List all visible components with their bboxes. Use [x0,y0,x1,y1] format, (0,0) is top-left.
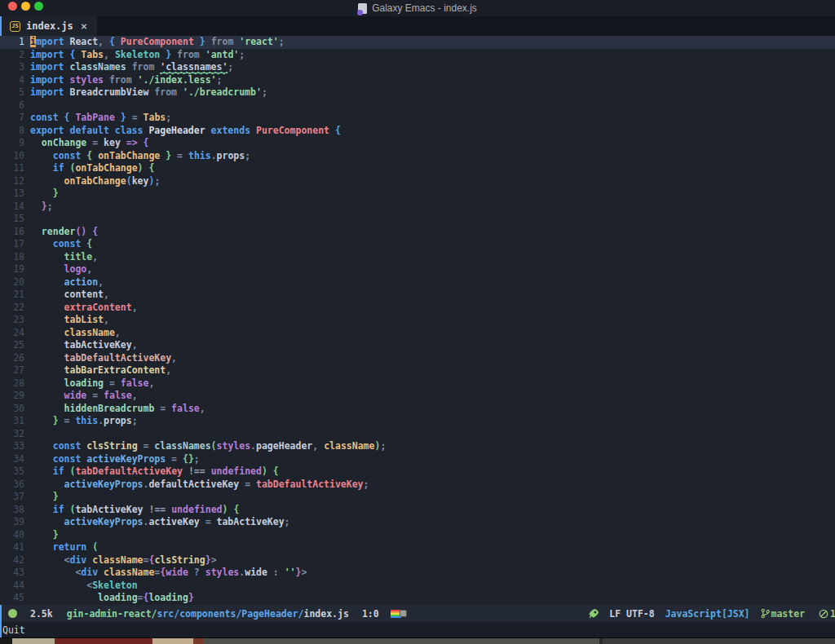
echo-message: Quit [2,624,25,636]
code-line: 28 loading = false, [0,377,835,390]
desktop-strip-segment [193,638,203,644]
line-number: 3 [0,61,24,74]
desktop-strip-segment [55,638,152,644]
line-number: 7 [0,112,24,125]
tab-bar: JS index.js × [0,16,835,36]
modeline-right: LF UTF-8 JavaScript[JSX] master 1 [588,608,835,620]
line-number: 22 [0,302,24,315]
major-mode[interactable]: JavaScript[JSX] [665,608,750,620]
tab-label: index.js [26,20,73,32]
line-number: 42 [0,554,24,567]
desktop-strip-segment [203,638,599,644]
line-number: 31 [0,415,24,428]
line-number: 6 [0,99,24,112]
buffer-size: 2.5k [30,608,53,620]
code-line: 39 activeKeyProps.activeKey = tabActiveK… [0,516,835,529]
line-number: 10 [0,150,24,163]
line-number: 38 [0,504,24,517]
code-line: 25 tabActiveKey, [0,339,835,352]
code-line: 13 } [0,187,835,201]
line-number: 11 [0,162,24,175]
line-number: 34 [0,453,24,466]
no-issues-icon [819,609,828,619]
window-title-group: Galaxy Emacs - index.js [0,0,835,16]
line-number: 12 [0,175,24,188]
tab-close-icon[interactable]: × [81,20,87,33]
code-line: 45 loading={loading} [0,592,835,605]
line-number: 24 [0,327,24,340]
line-number: 45 [0,592,24,605]
tab-index-js[interactable]: JS index.js × [2,16,97,36]
code-line: 33 const clsString = classNames(styles.p… [0,440,835,453]
code-line: 19 logo, [0,263,835,276]
code-line: 40 } [0,529,835,542]
code-line: 32 [0,428,835,441]
modeline: 2.5k gin-admin-react/src/components/Page… [0,605,835,622]
git-branch-name[interactable]: master [771,608,806,620]
code-line: 20 action, [0,276,835,289]
line-number: 5 [0,86,24,99]
line-number: 36 [0,479,24,492]
code-line: 44 <Skeleton [0,580,835,593]
code-line: 29 wide = false, [0,390,835,403]
code-line: 2import { Tabs, Skeleton } from 'antd'; [0,49,835,62]
line-number: 14 [0,201,24,214]
line-number: 32 [0,428,24,441]
document-icon [358,3,367,14]
code-line: 11 if (onTabChange) { [0,162,835,175]
line-number: 1 [0,36,24,49]
code-line: 26 tabDefaultActiveKey, [0,352,835,365]
code-line: 4import styles from './index.less'; [0,74,835,87]
desktop-strip-segment [152,638,193,644]
issue-count[interactable]: 1 [830,608,835,620]
line-number: 4 [0,74,24,87]
code-line: 23 tabList, [0,314,835,327]
nyan-cat-progress-icon [391,609,407,619]
code-line: 14 }; [0,201,835,214]
code-line: 27 tabBarExtraContent, [0,364,835,377]
code-line: 5import BreadcrumbView from './breadcrum… [0,86,835,99]
line-number: 17 [0,238,24,251]
line-number: 23 [0,314,24,327]
code-line: 16 render() { [0,226,835,239]
code-line: 24 className, [0,327,835,340]
line-number: 39 [0,516,24,529]
code-line: 12 onTabChange(key); [0,175,835,188]
line-number: 9 [0,137,24,150]
code-line: 7const { TabPane } = Tabs; [0,112,835,125]
code-line: 22 extraContent, [0,302,835,315]
line-number: 15 [0,213,24,226]
echo-area: Quit [0,622,835,637]
cursor-position: 1:0 [362,608,379,620]
editor[interactable]: 1import React, { PureComponent } from 'r… [0,36,835,605]
desktop-strip-segment [603,638,835,644]
code-line: 6 [0,99,835,112]
titlebar: Galaxy Emacs - index.js [0,0,835,16]
code-line: 9 onChange = key => { [0,137,835,150]
buffer-path: gin-admin-react/src/components/PageHeade… [67,608,349,620]
line-number: 2 [0,49,24,62]
emacs-window: Galaxy Emacs - index.js JS index.js × 1i… [0,0,835,644]
code-line: 31 } = this.props; [0,415,835,428]
line-number: 21 [0,289,24,302]
code-line: 10 const { onTabChange } = this.props; [0,150,835,163]
line-number: 20 [0,276,24,289]
line-number: 30 [0,403,24,416]
code-line: 15 [0,213,835,226]
line-number: 28 [0,377,24,390]
buffer-state-icon [8,609,17,618]
line-number: 29 [0,390,24,403]
line-number: 16 [0,226,24,239]
line-number: 13 [0,187,24,201]
desktop-strip-segment [12,638,55,644]
modeline-accent [0,605,2,637]
window-title: Galaxy Emacs - index.js [372,2,477,14]
line-number: 26 [0,352,24,365]
code-line: 30 hiddenBreadcrumb = false, [0,403,835,416]
line-number: 8 [0,125,24,138]
line-number: 27 [0,364,24,377]
code-line: 37 } [0,491,835,504]
line-number: 44 [0,580,24,593]
eol-encoding[interactable]: LF UTF-8 [609,608,654,620]
line-number: 41 [0,541,24,554]
